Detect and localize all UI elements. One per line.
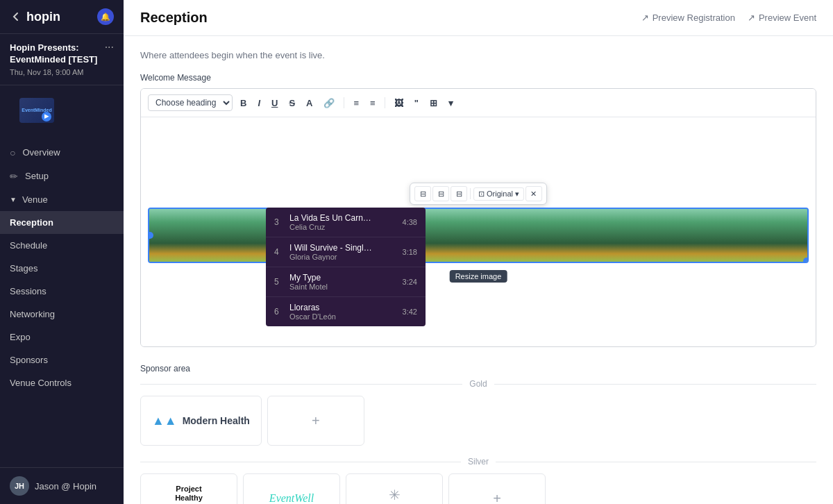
tier-line-left [140, 384, 462, 385]
toolbar-divider-2 [385, 97, 385, 108]
underline-button[interactable]: U [268, 96, 281, 110]
resize-handle-bottom-right[interactable] [803, 258, 809, 263]
sponsor-area-label: Sponsor area [140, 364, 816, 373]
track-2-artist: Gloria Gaynor [289, 253, 397, 261]
event-thumbnail-container: EventMinded ▶ [0, 85, 124, 135]
silver-tier-line-left [140, 462, 461, 462]
sidebar-item-overview[interactable]: ○ Overview [0, 141, 124, 165]
sidebar-item-label-venue-controls: Venue Controls [10, 378, 71, 388]
size-icon: ⊡ [478, 190, 485, 199]
image-container: ⊟ ⊟ ⊟ ⊡ Original ▾ ✕ [141, 208, 816, 263]
track-3-num: 5 [274, 277, 284, 287]
add-gold-icon: + [312, 413, 320, 429]
chevron-down-icon: ▼ [10, 196, 17, 203]
track-3: 5 My Type Saint Motel 3:24 [266, 267, 426, 297]
eventwall-card: EventWell [243, 473, 340, 504]
heading-select[interactable]: Choose heading [148, 94, 233, 111]
track-1-info: La Vida Es Un Carnaval Celia Cruz [289, 213, 397, 231]
track-2-num: 4 [274, 247, 284, 257]
music-playlist-overlay: 3 La Vida Es Un Carnaval Celia Cruz 4:38… [266, 208, 426, 326]
track-3-info: My Type Saint Motel [289, 273, 397, 291]
image-resize-toolbar: ⊟ ⊟ ⊟ ⊡ Original ▾ ✕ [410, 183, 547, 205]
quote-button[interactable]: " [411, 96, 422, 110]
italic-button[interactable]: I [254, 96, 264, 110]
content-area: Where attendees begin when the event is … [124, 36, 833, 504]
sidebar-item-label-reception: Reception [10, 217, 53, 228]
image-button[interactable]: 🖼 [391, 96, 407, 110]
venue-group-label: Venue [22, 194, 48, 205]
sidebar-item-schedule[interactable]: Schedule [0, 234, 124, 257]
sidebar-item-stages[interactable]: Stages [0, 257, 124, 280]
gold-tier: Gold ▲▲ Modern Health + [140, 379, 816, 446]
overview-icon: ○ [10, 147, 15, 158]
top-actions: ↗ Preview Registration ↗ Preview Event [641, 12, 816, 23]
sidebar-item-label-sessions: Sessions [10, 286, 47, 296]
silver-tier-divider: Silver [140, 457, 816, 467]
track-4-duration: 3:42 [403, 308, 417, 316]
event-more-button[interactable]: ··· [105, 41, 114, 53]
preview-event-label: Preview Event [759, 12, 816, 23]
align-left-btn[interactable]: ⊟ [414, 186, 431, 201]
external-link-icon-2: ↗ [748, 12, 755, 23]
track-4: 6 Lloraras Oscar D'León 3:42 [266, 297, 426, 326]
sidebar-item-venue-controls[interactable]: Venue Controls [0, 371, 124, 394]
editor-body[interactable]: 3 La Vida Es Un Carnaval Celia Cruz 4:38… [141, 208, 816, 346]
silver-sponsor-row: ProjectHealthyMinds EventWell ✳ NTM SOUN… [140, 473, 816, 504]
sidebar-item-setup[interactable]: ✏ Setup [0, 165, 124, 188]
track-3-title: My Type [289, 273, 373, 283]
track-4-artist: Oscar D'León [289, 312, 397, 321]
sidebar-item-label-overview: Overview [22, 147, 60, 158]
sidebar-item-networking[interactable]: Networking [0, 303, 124, 326]
modern-health-name: Modern Health [183, 415, 250, 426]
welcome-message-editor: Choose heading B I U S A 🔗 ≡ ≡ 🖼 " ⊞ ▾ [140, 88, 816, 347]
eventwall-logo: EventWell [269, 492, 314, 504]
sidebar-item-reception[interactable]: Reception [0, 211, 124, 234]
silver-tier: Silver ProjectHealthyMinds EventWell [140, 457, 816, 504]
track-2-duration: 3:18 [403, 248, 417, 256]
align-right-btn[interactable]: ⊟ [451, 186, 467, 201]
sidebar-item-label-expo: Expo [10, 332, 31, 342]
track-1-duration: 4:38 [403, 218, 417, 226]
ntm-sound-logo: ✳ NTM SOUND [370, 487, 419, 505]
color-button[interactable]: A [303, 96, 316, 110]
event-date: Thu, Nov 18, 9:00 AM [10, 68, 114, 76]
list-button[interactable]: ≡ [350, 96, 362, 110]
venue-group-header[interactable]: ▼ Venue [0, 188, 124, 211]
add-silver-sponsor-button[interactable]: + [448, 473, 546, 504]
sidebar-item-sessions[interactable]: Sessions [0, 280, 124, 303]
track-3-artist: Saint Motel [289, 283, 397, 291]
sidebar-item-expo[interactable]: Expo [0, 326, 124, 348]
main-content: Reception ↗ Preview Registration ↗ Previ… [124, 0, 833, 504]
user-avatar: JH [10, 476, 29, 496]
preview-event-link[interactable]: ↗ Preview Event [748, 12, 816, 23]
track-4-title: Lloraras [289, 303, 373, 312]
link-button[interactable]: 🔗 [320, 96, 338, 110]
editor-toolbar: Choose heading B I U S A 🔗 ≡ ≡ 🖼 " ⊞ ▾ [141, 89, 816, 117]
avatar-initials: JH [15, 482, 24, 490]
project-healthy-minds-logo: ProjectHealthyMinds [175, 485, 203, 504]
more-button[interactable]: ▾ [445, 96, 457, 110]
embed-button[interactable]: ⊞ [426, 96, 441, 110]
add-gold-sponsor-button[interactable]: + [267, 396, 364, 446]
ntm-sound-card: ✳ NTM SOUND [346, 473, 443, 504]
app-logo[interactable]: hopin [10, 10, 60, 24]
event-info: ··· Hopin Presents: EventMinded [TEST] T… [0, 34, 124, 85]
silver-tier-label: Silver [468, 457, 489, 467]
align-center-btn[interactable]: ⊟ [432, 186, 449, 201]
notification-bell[interactable]: 🔔 [97, 8, 114, 25]
img-toolbar-divider [470, 188, 471, 199]
delete-img-btn[interactable]: ✕ [525, 186, 542, 201]
bold-button[interactable]: B [237, 96, 250, 110]
size-select[interactable]: ⊡ Original ▾ [473, 187, 524, 201]
editor-image[interactable] [148, 208, 809, 263]
strikethrough-button[interactable]: S [285, 96, 298, 110]
nav-section: ○ Overview ✏ Setup ▼ Venue Reception Sch… [0, 135, 124, 467]
track-1-num: 3 [274, 217, 284, 227]
track-2: 4 I Will Survive - Single Versi... Glori… [266, 237, 426, 267]
silver-tier-line-right [496, 462, 816, 462]
preview-registration-link[interactable]: ↗ Preview Registration [641, 12, 735, 23]
sidebar-item-sponsors[interactable]: Sponsors [0, 348, 124, 371]
ordered-list-button[interactable]: ≡ [367, 96, 379, 110]
setup-icon: ✏ [10, 171, 18, 182]
preview-registration-label: Preview Registration [653, 12, 735, 23]
